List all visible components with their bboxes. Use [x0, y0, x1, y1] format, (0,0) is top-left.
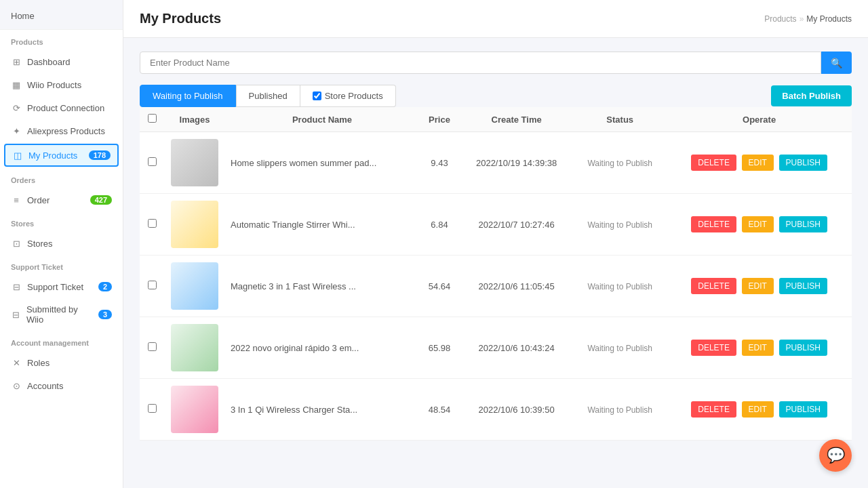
row-select-checkbox[interactable]	[148, 342, 157, 351]
sidebar-item-label: Submitted by Wiio	[26, 304, 93, 325]
publish-button[interactable]: PUBLISH	[779, 340, 827, 356]
col-images: Images	[164, 107, 225, 132]
sidebar-item-support-ticket[interactable]: Support Ticket 2	[0, 275, 123, 298]
row-product-name: 2022 novo original rápido 3 em...	[225, 317, 419, 379]
breadcrumb-current: My Products	[806, 14, 852, 24]
sidebar-item-order[interactable]: Order 427	[0, 188, 123, 211]
sidebar-home[interactable]: Home	[0, 0, 123, 30]
row-create-time: 2022/10/7 10:27:46	[460, 194, 573, 256]
delete-button[interactable]: DELETE	[691, 155, 736, 171]
row-image	[164, 194, 225, 256]
store-products-label: Store Products	[325, 91, 383, 101]
accounts-icon	[11, 380, 22, 391]
sidebar-item-accounts[interactable]: Accounts	[0, 374, 123, 397]
sidebar: Home Products Dashboard Wiio Products Pr…	[0, 0, 123, 488]
select-all-checkbox[interactable]	[148, 114, 157, 123]
sidebar-item-product-connection[interactable]: Product Connection	[0, 96, 123, 119]
wiio-icon	[11, 79, 22, 90]
search-input[interactable]	[140, 52, 821, 74]
sidebar-item-label: Roles	[27, 358, 50, 368]
row-checkbox	[140, 256, 164, 317]
col-product-name: Product Name	[225, 107, 419, 132]
delete-button[interactable]: DELETE	[691, 401, 736, 418]
product-table: Images Product Name Price Create Time St…	[140, 107, 852, 441]
col-create-time: Create Time	[460, 107, 573, 132]
tab-store-products[interactable]: Store Products	[300, 85, 396, 107]
row-image	[164, 132, 225, 194]
status-badge: Waiting to Publish	[587, 159, 652, 168]
row-product-name: Magnetic 3 in 1 Fast Wireless ...	[225, 256, 419, 317]
home-label: Home	[11, 11, 35, 21]
sidebar-section-account: Account management	[0, 331, 123, 351]
delete-button[interactable]: DELETE	[691, 216, 736, 232]
sidebar-item-label: My Products	[28, 150, 77, 161]
row-status: Waiting to Publish	[573, 194, 667, 256]
delete-button[interactable]: DELETE	[691, 340, 736, 356]
edit-button[interactable]: EDIT	[742, 340, 774, 356]
sidebar-item-my-products[interactable]: My Products 178	[4, 144, 119, 167]
table-row: 2022 novo original rápido 3 em... 65.98 …	[140, 317, 852, 379]
delete-button[interactable]: DELETE	[691, 278, 736, 294]
tab-published[interactable]: Published	[236, 85, 300, 107]
main-content: 🔍 Waiting to Publish Published Store Pro…	[123, 38, 868, 488]
row-select-checkbox[interactable]	[148, 404, 157, 413]
sidebar-item-label: Wiio Products	[27, 80, 81, 90]
sidebar-item-label: Support Ticket	[27, 282, 83, 292]
row-price: 65.98	[419, 317, 460, 379]
row-operate: DELETE EDIT PUBLISH	[667, 379, 852, 441]
product-image	[171, 324, 218, 371]
store-products-checkbox[interactable]	[313, 92, 321, 100]
status-badge: Waiting to Publish	[587, 344, 652, 353]
ticket-icon	[11, 281, 22, 292]
row-image	[164, 256, 225, 317]
row-select-checkbox[interactable]	[148, 157, 157, 166]
row-operate: DELETE EDIT PUBLISH	[667, 317, 852, 379]
edit-button[interactable]: EDIT	[742, 155, 774, 171]
edit-button[interactable]: EDIT	[742, 401, 774, 418]
my-products-badge: 178	[89, 150, 111, 160]
search-button[interactable]: 🔍	[821, 52, 852, 74]
row-image	[164, 379, 225, 441]
sidebar-section-products: Products	[0, 30, 123, 50]
row-select-checkbox[interactable]	[148, 281, 157, 289]
sidebar-item-submitted-by-wiio[interactable]: Submitted by Wiio 3	[0, 298, 123, 331]
sidebar-item-label: Product Connection	[27, 103, 104, 113]
sidebar-section-orders: Orders	[0, 168, 123, 188]
row-create-time: 2022/10/19 14:39:38	[460, 132, 573, 194]
main-header: My Products Products » My Products	[123, 0, 868, 38]
myproducts-icon	[12, 150, 23, 161]
row-product-name: 3 In 1 Qi Wireless Charger Sta...	[225, 379, 419, 441]
row-operate: DELETE EDIT PUBLISH	[667, 256, 852, 317]
connection-icon	[11, 102, 22, 113]
sidebar-item-roles[interactable]: Roles	[0, 351, 123, 374]
sidebar-item-label: Stores	[27, 239, 53, 249]
sidebar-item-stores[interactable]: Stores	[0, 232, 123, 255]
breadcrumb-separator: »	[800, 14, 804, 24]
publish-button[interactable]: PUBLISH	[779, 401, 827, 418]
table-row: Automatic Triangle Stirrer Whi... 6.84 2…	[140, 194, 852, 256]
sidebar-item-aliexpress-products[interactable]: Aliexpress Products	[0, 119, 123, 142]
sidebar-item-dashboard[interactable]: Dashboard	[0, 50, 123, 73]
col-status: Status	[573, 107, 667, 132]
col-operate: Operate	[667, 107, 852, 132]
table-row: Magnetic 3 in 1 Fast Wireless ... 54.64 …	[140, 256, 852, 317]
tab-waiting-to-publish[interactable]: Waiting to Publish	[140, 85, 236, 107]
row-status: Waiting to Publish	[573, 379, 667, 441]
publish-button[interactable]: PUBLISH	[779, 278, 827, 294]
edit-button[interactable]: EDIT	[742, 216, 774, 232]
roles-icon	[11, 357, 22, 368]
page-title: My Products	[140, 11, 221, 26]
batch-publish-button[interactable]: Batch Publish	[771, 85, 852, 106]
sidebar-item-wiio-products[interactable]: Wiio Products	[0, 73, 123, 96]
sidebar-item-label: Dashboard	[27, 57, 71, 67]
breadcrumb-parent: Products	[764, 14, 796, 24]
submitted-badge: 3	[98, 310, 112, 319]
sidebar-section-support: Support Ticket	[0, 255, 123, 275]
row-select-checkbox[interactable]	[148, 219, 157, 228]
chat-bubble[interactable]: 💬	[819, 439, 852, 472]
edit-button[interactable]: EDIT	[742, 278, 774, 294]
publish-button[interactable]: PUBLISH	[779, 155, 827, 171]
col-price: Price	[419, 107, 460, 132]
publish-button[interactable]: PUBLISH	[779, 216, 827, 232]
support-badge: 2	[98, 282, 112, 291]
